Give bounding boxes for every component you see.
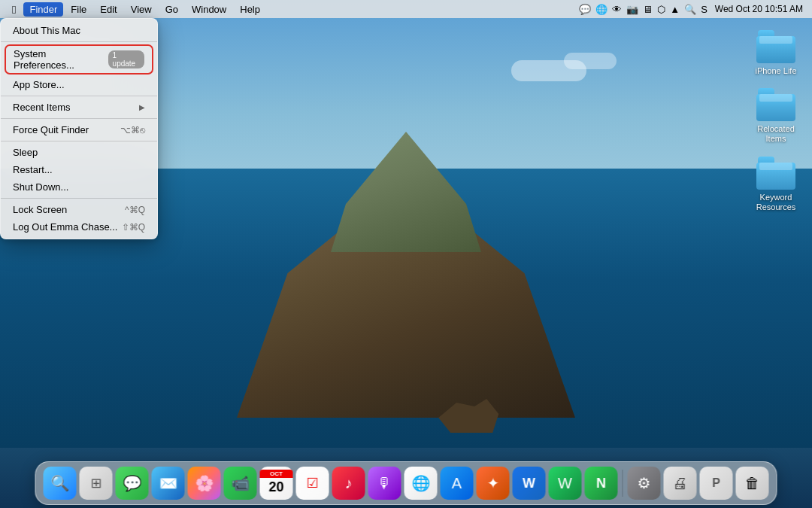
menu-shutdown[interactable]: Shut Down... bbox=[1, 178, 157, 196]
iphone-life-folder-icon bbox=[756, 30, 795, 63]
menu-separator-5 bbox=[1, 198, 157, 199]
dock-item-podcasts[interactable]: 🎙 bbox=[368, 467, 401, 500]
dock-item-reminders[interactable]: ☑ bbox=[296, 467, 329, 500]
siri-icon[interactable]: S bbox=[701, 4, 707, 15]
keyword-label: Keyword Resources bbox=[749, 193, 803, 212]
menu-about-mac[interactable]: About This Mac bbox=[1, 22, 157, 39]
dock-item-numbers[interactable]: N bbox=[585, 467, 618, 500]
relocated-label: Relocated Items bbox=[749, 124, 803, 144]
folder-shine bbox=[759, 36, 792, 44]
folder-shine bbox=[759, 163, 792, 170]
recent-items-label: Recent Items bbox=[13, 102, 71, 113]
menubar-window[interactable]: Window bbox=[186, 2, 232, 17]
apple-menu-button[interactable]:  bbox=[6, 2, 22, 17]
menubar-right: 💬 🌐 👁 📷 🖥 ⬡ ▲ 🔍 S Wed Oct 20 10:51 AM bbox=[579, 2, 806, 16]
menubar-left:  Finder File Edit View Go Window Help bbox=[6, 2, 266, 17]
dock-item-trash[interactable]: 🗑 bbox=[736, 467, 769, 500]
relocated-folder-icon bbox=[756, 88, 795, 121]
dock-item-facetime[interactable]: 📹 bbox=[224, 467, 257, 500]
status-icon-4[interactable]: 📷 bbox=[626, 4, 638, 15]
menu-separator-3 bbox=[1, 118, 157, 119]
dock-item-appstore[interactable]: A bbox=[441, 467, 474, 500]
system-prefs-label: System Preferences... bbox=[14, 48, 104, 71]
shutdown-label: Shut Down... bbox=[13, 181, 68, 193]
apple-menu-dropdown: About This Mac System Preferences... 1 u… bbox=[0, 18, 158, 239]
desktop-icon-relocated[interactable]: Relocated Items bbox=[749, 88, 803, 144]
wechat-icon[interactable]: 💬 bbox=[579, 4, 591, 15]
logout-shortcut: ⇧⌘Q bbox=[122, 222, 145, 233]
menubar-edit[interactable]: Edit bbox=[94, 2, 123, 17]
lock-screen-shortcut: ^⌘Q bbox=[125, 205, 145, 215]
dock-item-calendar[interactable]: OCT 20 bbox=[260, 467, 293, 500]
dock-divider bbox=[623, 470, 623, 497]
desktop-icon-keyword[interactable]: Keyword Resources bbox=[749, 157, 803, 212]
app-store-label: App Store... bbox=[13, 79, 65, 90]
dock-item-preview[interactable]: P bbox=[700, 467, 733, 500]
dock-item-messages[interactable]: 💬 bbox=[116, 467, 149, 500]
menubar-file[interactable]: File bbox=[65, 2, 92, 17]
wifi-icon[interactable]: ▲ bbox=[670, 4, 680, 15]
logout-label: Log Out Emma Chase... bbox=[13, 221, 117, 233]
menubar:  Finder File Edit View Go Window Help 💬… bbox=[0, 0, 812, 18]
menu-lock-screen[interactable]: Lock Screen ^⌘Q bbox=[1, 201, 157, 218]
menubar-go[interactable]: Go bbox=[159, 2, 184, 17]
menu-app-store[interactable]: App Store... bbox=[1, 76, 157, 93]
dock-item-whatsapp[interactable]: W bbox=[549, 467, 582, 500]
datetime-display[interactable]: Wed Oct 20 10:51 AM bbox=[712, 2, 806, 16]
iphone-life-label: iPhone Life bbox=[755, 66, 796, 76]
force-quit-label: Force Quit Finder bbox=[13, 124, 89, 135]
menu-separator-4 bbox=[1, 141, 157, 141]
menu-separator-2 bbox=[1, 96, 157, 96]
menu-force-quit[interactable]: Force Quit Finder ⌥⌘⎋ bbox=[1, 121, 157, 138]
dock-item-photos[interactable]: 🌸 bbox=[188, 467, 221, 500]
dock-item-sysprefs[interactable]: ⚙ bbox=[628, 467, 661, 500]
folder-shine bbox=[759, 94, 792, 102]
menubar-finder[interactable]: Finder bbox=[23, 2, 63, 17]
search-icon[interactable]: 🔍 bbox=[684, 4, 696, 15]
force-quit-shortcut: ⌥⌘⎋ bbox=[120, 125, 145, 135]
dock: 🔍 ⊞ 💬 ✉️ 🌸 📹 OCT 20 ☑ ♪ 🎙 🌐 A ✦ bbox=[35, 461, 777, 505]
sleep-label: Sleep bbox=[13, 147, 38, 158]
dock-item-music[interactable]: ♪ bbox=[332, 467, 365, 500]
dock-item-craft[interactable]: ✦ bbox=[477, 467, 510, 500]
menubar-help[interactable]: Help bbox=[234, 2, 266, 17]
update-badge: 1 update bbox=[108, 50, 144, 68]
dock-item-chrome[interactable]: 🌐 bbox=[404, 467, 438, 500]
menu-separator-1 bbox=[1, 41, 157, 42]
desktop-icon-iphone-life[interactable]: iPhone Life bbox=[749, 30, 803, 76]
restart-label: Restart... bbox=[13, 164, 53, 175]
lock-screen-label: Lock Screen bbox=[13, 204, 67, 215]
dock-item-finder[interactable]: 🔍 bbox=[44, 467, 77, 500]
desktop-icons: iPhone Life Relocated Items Keyword Reso… bbox=[749, 30, 803, 212]
dock-item-mail[interactable]: ✉️ bbox=[152, 467, 185, 500]
status-icon-3[interactable]: 👁 bbox=[612, 4, 622, 15]
bluetooth-icon[interactable]: ⬡ bbox=[657, 4, 665, 15]
keyword-folder-icon bbox=[756, 157, 795, 190]
dock-item-word[interactable]: W bbox=[513, 467, 546, 500]
cloud bbox=[564, 53, 617, 69]
dock-item-printer[interactable]: 🖨 bbox=[664, 467, 697, 500]
menubar-view[interactable]: View bbox=[125, 2, 158, 17]
status-icon-2[interactable]: 🌐 bbox=[595, 4, 607, 15]
dock-item-launchpad[interactable]: ⊞ bbox=[80, 467, 113, 500]
status-icon-5[interactable]: 🖥 bbox=[643, 4, 653, 15]
menu-logout[interactable]: Log Out Emma Chase... ⇧⌘Q bbox=[1, 218, 157, 236]
submenu-arrow-icon: ▶ bbox=[139, 103, 145, 111]
menu-system-preferences[interactable]: System Preferences... 1 update bbox=[6, 46, 152, 73]
menu-recent-items[interactable]: Recent Items ▶ bbox=[1, 99, 157, 116]
menu-restart[interactable]: Restart... bbox=[1, 161, 157, 178]
about-mac-label: About This Mac bbox=[13, 25, 80, 36]
menu-sleep[interactable]: Sleep bbox=[1, 144, 157, 161]
